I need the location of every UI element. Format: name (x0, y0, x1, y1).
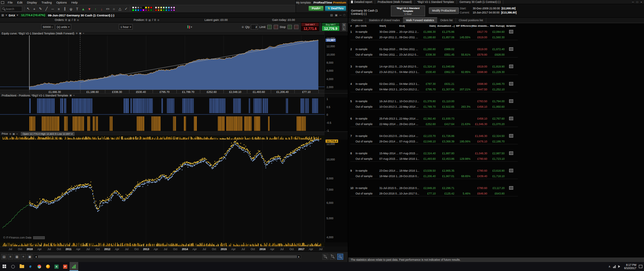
rectangle-zone-icon[interactable]: ▭ (105, 6, 111, 12)
table-row-out-of-sample[interactable]: Out of sample18-Mar-2016 1...28-Oct-2016… (350, 173, 518, 179)
layout-icon[interactable]: ▤ (330, 14, 333, 17)
palette-color[interactable] (135, 6, 137, 9)
layout-icon[interactable]: ▣ (27, 254, 33, 259)
limit-sell-grid-button[interactable] (274, 25, 278, 29)
units-stepper[interactable]: 50000 ▴▾ (41, 24, 54, 30)
action-center-icon[interactable] (639, 265, 642, 268)
column-header[interactable]: Annualized ...| (437, 24, 456, 27)
column-header[interactable]: Variables (506, 24, 516, 27)
pencil-icon[interactable]: ✎ (37, 6, 43, 12)
table-row-out-of-sample[interactable]: Out of sample28-Oct-2016 0...10-Jun-2017… (350, 191, 518, 196)
volume-icon[interactable] (618, 265, 621, 268)
report-title-tab[interactable]: ProBacktest (Walk Forward) (375, 0, 415, 4)
timeframe-select[interactable]: 1 hour ▾ (119, 24, 133, 30)
edge-icon[interactable]: e (26, 262, 35, 271)
file-explorer-icon[interactable] (17, 262, 26, 271)
variables-icon[interactable] (509, 47, 513, 51)
table-row-out-of-sample[interactable]: Out of sample09-Dec-2011 ...23-Jul-2012 … (350, 52, 518, 57)
zoom-in-button[interactable]: + (330, 254, 336, 260)
palette-color[interactable] (150, 6, 152, 9)
palette-color[interactable] (170, 6, 173, 9)
search-input[interactable] (5, 7, 20, 11)
palette-color[interactable] (137, 6, 139, 9)
palette-color[interactable] (145, 6, 147, 9)
down-arrow-icon[interactable]: ↓ (99, 6, 105, 12)
prorealtime-icon[interactable] (70, 262, 78, 271)
close-icon[interactable]: × (640, 1, 642, 4)
palette-color[interactable] (160, 6, 162, 9)
quantity-input[interactable] (251, 24, 258, 30)
ellipse-icon[interactable]: ○ (111, 6, 117, 12)
palette-color[interactable] (145, 9, 147, 11)
variables-icon[interactable] (509, 169, 513, 172)
palette-color[interactable] (142, 9, 145, 11)
tab-orders-list[interactable]: Orders list (437, 18, 456, 23)
position-settings-icon[interactable]: ⊕ (157, 19, 159, 22)
palette-color[interactable] (155, 9, 157, 11)
chart-style-icon[interactable]: ▤ (1, 254, 7, 259)
pointer-icon[interactable]: ↖ (25, 6, 31, 12)
crosshair-toggle-icon[interactable]: + (21, 254, 26, 259)
column-header[interactable]: Gain| (419, 24, 437, 27)
scrollbar-thumb[interactable] (38, 256, 297, 258)
short-tab[interactable]: S (342, 23, 346, 27)
sell-market-button[interactable]: Sell MKT 12,771.6 (301, 23, 319, 31)
tab-statistics-of-closed-trades[interactable]: Statistics of closed trades (366, 18, 403, 23)
chart-type-select[interactable]: ▾ (187, 25, 192, 29)
palette-color[interactable] (160, 9, 162, 11)
palette-color[interactable] (170, 9, 173, 11)
zoom-selection-button[interactable] (337, 254, 343, 260)
scroll-right-icon[interactable]: ▶ (297, 255, 301, 258)
cortana-search-icon[interactable] (9, 262, 17, 271)
table-row-out-of-sample[interactable]: Out of sample07-Aug-2015 ...18-Mar-2016 … (350, 156, 518, 161)
buy-arrow-icon[interactable]: ▲ (80, 6, 86, 12)
variables-icon[interactable] (509, 117, 513, 120)
fibonacci-icon[interactable]: ≡ (56, 6, 62, 12)
panel-detach-icon[interactable]: ▣ (70, 94, 72, 97)
palette-color[interactable] (135, 9, 137, 11)
panel-tools-icon[interactable]: ⊕ (76, 32, 78, 35)
panel-detach-icon[interactable]: ▣ (79, 32, 82, 35)
table-row-in-sample[interactable]: 3In-sample14-Apr-2011 0...23-Jul-2012 0.… (350, 64, 518, 69)
limit-buy-grid-button[interactable] (267, 25, 272, 29)
menu-trading[interactable]: Trading (39, 0, 54, 5)
table-row-out-of-sample[interactable]: Out of sample23-Jul-2012 0...04-Mar-2013… (350, 69, 518, 75)
table-row-in-sample[interactable]: 4In-sample02-Dec-2011 ...04-Mar-2013 1..… (350, 81, 518, 86)
search-box[interactable] (1, 6, 22, 12)
grid-toggle-icon[interactable]: ▦ (14, 254, 20, 259)
column-header[interactable]: Start| (379, 24, 399, 27)
chevron-down-icon[interactable]: ▾ (6, 14, 7, 17)
column-header[interactable]: # (350, 24, 355, 27)
menu-help[interactable]: Help (69, 0, 80, 5)
equity-curve-chart[interactable] (0, 35, 325, 90)
tray-chevron-up-icon[interactable]: ∧ (609, 265, 611, 268)
table-row-out-of-sample[interactable]: Out of sample22-May-2014 ...29-Dec-2014 … (350, 121, 518, 127)
variables-icon[interactable] (509, 82, 513, 86)
pitchfork-icon[interactable]: ψ (68, 6, 74, 12)
report-title-tab[interactable]: *Big3 V2-1 Standard Template (415, 0, 457, 4)
order-settings-icon[interactable]: ⊕ (242, 25, 244, 29)
network-icon[interactable] (613, 265, 616, 268)
checklist-icon[interactable]: ✓ (123, 6, 129, 12)
palette-color[interactable] (132, 9, 134, 11)
channel-icon[interactable]: ∥ (62, 6, 68, 12)
detach-icon[interactable]: ▣ (335, 14, 338, 17)
trendline-icon[interactable]: ╱ (43, 6, 50, 12)
firefox-icon[interactable] (43, 262, 52, 271)
table-row-in-sample[interactable]: 1In-sample30-Dec-2009 ...20-Apr-2011 2..… (350, 29, 518, 34)
tab-overview[interactable]: Overview (348, 18, 366, 23)
palette-color[interactable] (137, 9, 139, 11)
column-header[interactable]: Max Runup| (489, 24, 506, 27)
minimize-icon[interactable]: ─ (339, 14, 341, 17)
table-row-in-sample[interactable]: 8In-sample15-May-2014 ...07-Aug-2015 ...… (350, 150, 518, 156)
maximize-icon[interactable]: □ (636, 1, 638, 4)
palette-color[interactable] (165, 6, 167, 9)
dealthru-button[interactable]: ↯DealThru (325, 6, 346, 11)
palette-color[interactable] (168, 6, 170, 9)
variables-icon[interactable] (509, 30, 513, 33)
chevron-down-icon[interactable]: ▾ (17, 14, 18, 17)
table-row-in-sample[interactable]: 10In-sample31-Jul-2015 0...28-Oct-2016 0… (350, 185, 518, 191)
palette-color[interactable] (155, 6, 157, 9)
stop-buy-grid-button[interactable] (288, 25, 292, 29)
crosshair-icon[interactable]: + (31, 6, 37, 12)
